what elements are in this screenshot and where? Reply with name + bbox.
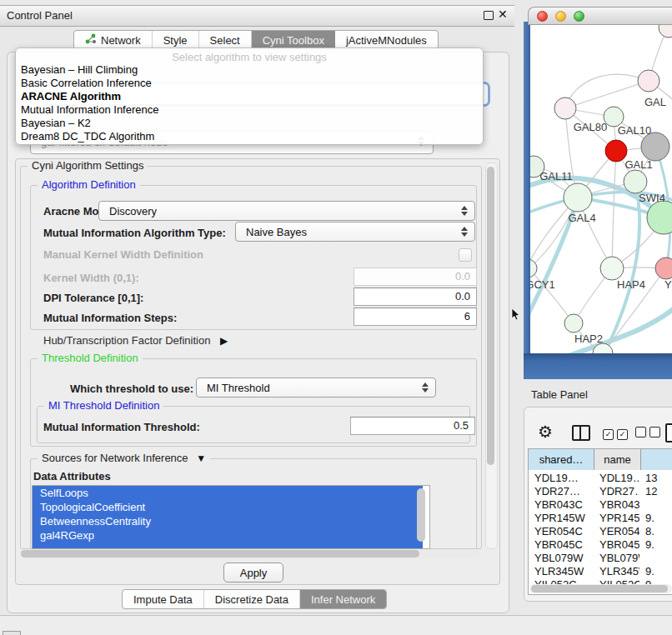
node-label: GAL4 — [568, 212, 595, 224]
algorithm-option-basic-correlation[interactable]: Basic Correlation Inference — [21, 77, 471, 90]
tab-style-label: Style — [163, 34, 188, 47]
manual-kernel-width-checkbox[interactable] — [459, 248, 472, 262]
mi-algorithm-type-combobox[interactable]: Naive Bayes — [235, 222, 475, 242]
document-icon[interactable] — [665, 423, 672, 442]
table-row[interactable]: YDL19… YDL19… 13 — [529, 471, 672, 485]
tab-select[interactable]: Select — [199, 31, 252, 49]
table-row[interactable]: YBR043C YBR043C — [529, 498, 672, 512]
tab-cyni-toolbox[interactable]: Cyni Toolbox — [252, 31, 335, 49]
column-header-name[interactable]: name — [594, 449, 641, 470]
list-item[interactable] — [33, 542, 423, 549]
dpi-tolerance-label: DPI Tolerance [0,1]: — [43, 292, 143, 304]
sources-group-title[interactable]: Sources for Network Inference ▼ — [38, 452, 210, 464]
column-header-shared-name[interactable]: shared… — [529, 449, 594, 470]
network-node[interactable] — [624, 170, 647, 193]
algorithm-option-aracne[interactable]: ARACNE Algorithm — [21, 90, 471, 103]
select-all-columns-button[interactable]: ✓✓ — [603, 427, 631, 440]
algorithm-option-bayesian-hill[interactable]: Bayesian – Hill Climbing — [21, 63, 471, 77]
mouse-cursor — [511, 308, 520, 323]
cell-name: YER054C — [599, 524, 639, 538]
cell-shared-name: YDR27… — [534, 484, 593, 498]
cell-name: YBR045C — [599, 538, 639, 552]
table-settings-button[interactable]: ⚙ — [538, 422, 553, 442]
network-canvas[interactable]: GAL GAL80 GAL10 GAL1 GAL11 SWI4 GAL4 GCY… — [530, 25, 672, 353]
node-table[interactable]: shared… name YDL19… YDL19… 13 YDR27… YDR… — [528, 448, 672, 595]
node-label: GAL11 — [539, 170, 573, 182]
chevron-down-icon: ▼ — [196, 452, 206, 464]
table-row[interactable]: YLR345W YLR345W 9. — [529, 564, 672, 578]
cell-name: YLR345W — [599, 564, 639, 578]
aracne-mode-value: Discovery — [99, 205, 458, 218]
column-layout-icon[interactable] — [572, 425, 590, 441]
sources-title-label: Sources for Network Inference — [42, 452, 188, 464]
zoom-traffic-light-icon[interactable] — [574, 11, 584, 22]
network-node[interactable] — [659, 25, 672, 38]
which-threshold-combobox[interactable]: MI Threshold — [196, 378, 436, 398]
chevron-right-icon: ▶ — [220, 335, 228, 347]
table-row[interactable]: YBR045C YBR045C 9. — [529, 538, 672, 552]
network-node[interactable] — [554, 98, 576, 119]
which-threshold-label: Which threshold to use: — [70, 382, 193, 395]
cell-value: 9. — [645, 564, 672, 578]
mi-algorithm-type-label: Mutual Information Algorithm Type: — [43, 227, 226, 239]
list-item[interactable]: SelfLoops — [33, 486, 423, 500]
tab-impute-data[interactable]: Impute Data — [123, 590, 204, 608]
tab-infer-network[interactable]: Infer Network — [300, 590, 386, 608]
table-hscrollbar-thumb[interactable] — [531, 585, 668, 592]
network-node[interactable] — [600, 257, 624, 280]
deselect-all-columns-button[interactable] — [635, 427, 664, 440]
tab-discretize-data[interactable]: Discretize Data — [204, 590, 300, 608]
table-row[interactable]: YBL079W YBL079W — [529, 551, 672, 565]
close-traffic-light-icon[interactable] — [537, 11, 548, 22]
mi-steps-input[interactable]: 6 — [354, 308, 477, 326]
cell-value: 9. — [645, 511, 672, 525]
algorithm-option-dream8[interactable]: Dream8 DC_TDC Algorithm — [21, 130, 471, 143]
dpi-tolerance-input[interactable]: 0.0 — [354, 288, 477, 306]
table-row[interactable]: YER054C YER054C 8. — [529, 524, 672, 538]
table-row[interactable]: YPR145W YPR145W 9. — [529, 511, 672, 525]
settings-scrollbar-thumb[interactable] — [487, 167, 494, 465]
tab-style[interactable]: Style — [153, 31, 199, 49]
table-panel-title: Table Panel — [531, 388, 588, 401]
mi-threshold-input[interactable]: 0.5 — [350, 417, 475, 435]
horizontal-scrollbar-thumb[interactable] — [21, 550, 419, 558]
node-label: GAL10 — [618, 124, 651, 137]
list-scrollbar-thumb[interactable] — [417, 488, 425, 542]
list-item[interactable]: gal4RGexp — [33, 528, 423, 542]
table-row[interactable]: YDR27… YDR27… 12 — [529, 484, 672, 498]
list-item[interactable]: TopologicalCoefficient — [33, 500, 423, 514]
column-header-extra[interactable] — [641, 449, 672, 470]
network-node[interactable] — [641, 132, 669, 161]
algorithm-option-bayesian-k2[interactable]: Bayesian – K2 — [21, 117, 471, 130]
stepper-icon — [419, 382, 432, 392]
tab-impute-data-label: Impute Data — [133, 593, 193, 606]
network-node[interactable] — [655, 258, 672, 279]
network-node[interactable] — [564, 314, 583, 332]
cell-shared-name: YBR043C — [534, 498, 593, 512]
unchecked-checkbox-icon — [649, 427, 660, 438]
node-label: HAP2 — [574, 332, 603, 345]
network-node-selected[interactable] — [605, 140, 627, 162]
apply-button[interactable]: Apply — [223, 562, 283, 582]
mi-algorithm-type-value: Naive Bayes — [236, 226, 458, 238]
network-node[interactable] — [564, 183, 592, 212]
network-node[interactable] — [638, 70, 659, 92]
tab-jactivemnodules-label: jActiveMNodules — [346, 34, 427, 47]
cell-name: YDL19… — [599, 471, 639, 485]
algorithm-option-mutual-information[interactable]: Mutual Information Inference — [21, 103, 471, 117]
kernel-width-input[interactable]: 0.0 — [354, 268, 477, 286]
data-attributes-listbox[interactable]: SelfLoops TopologicalCoefficient Between… — [32, 485, 430, 549]
minimize-traffic-light-icon[interactable] — [555, 11, 566, 22]
tab-network[interactable]: Network — [74, 31, 153, 49]
network-window-titlebar[interactable] — [528, 7, 672, 25]
kernel-width-label: Kernel Width (0,1): — [43, 272, 139, 284]
close-icon[interactable]: ✕ — [498, 8, 508, 21]
aracne-mode-combobox[interactable]: Discovery — [98, 201, 475, 221]
minimized-panel-icon[interactable] — [3, 631, 21, 635]
hub-definition-toggle[interactable]: Hub/Transcription Factor Definition ▶ — [43, 334, 228, 347]
list-item[interactable]: BetweennessCentrality — [33, 514, 423, 528]
tab-jactivemnodules[interactable]: jActiveMNodules — [335, 31, 438, 49]
manual-kernel-width-label: Manual Kernel Width Definition — [43, 248, 203, 261]
float-window-icon[interactable] — [484, 11, 494, 20]
threshold-definition-title: Threshold Definition — [38, 352, 143, 364]
